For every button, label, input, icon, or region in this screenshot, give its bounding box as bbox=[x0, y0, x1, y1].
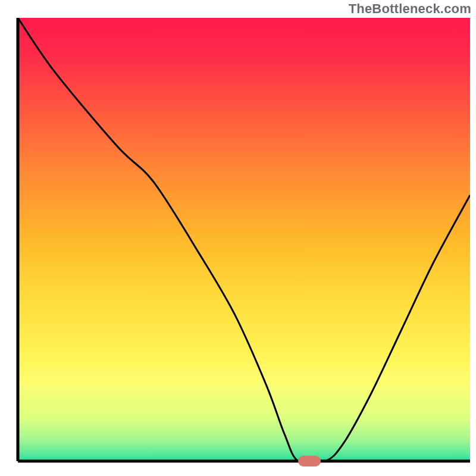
gradient-background bbox=[18, 18, 470, 461]
watermark-label: TheBottleneck.com bbox=[349, 1, 471, 17]
plot-svg bbox=[0, 0, 476, 476]
bottleneck-chart: TheBottleneck.com bbox=[0, 0, 476, 476]
optimum-marker bbox=[298, 456, 321, 466]
